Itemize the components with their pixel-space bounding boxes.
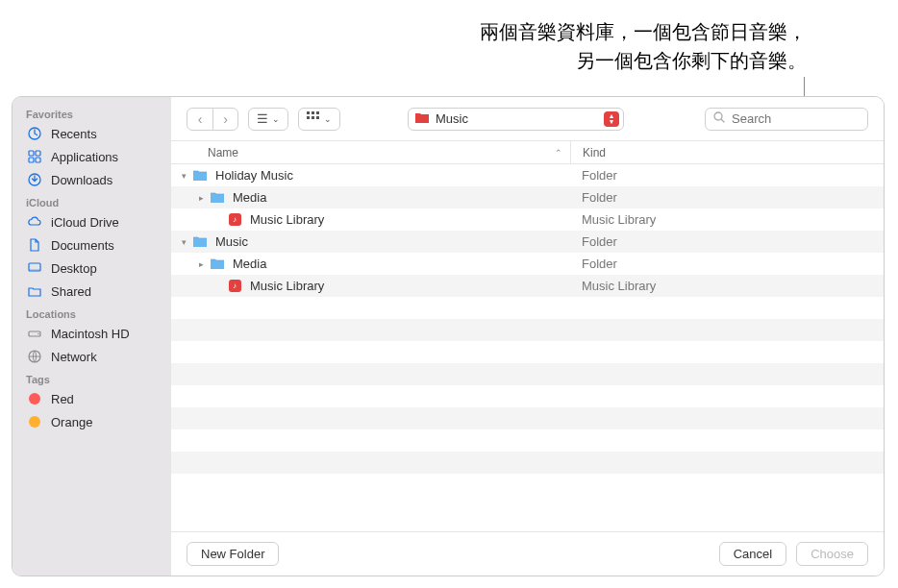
file-name: Media [233, 257, 266, 271]
column-header-kind[interactable]: Kind [570, 141, 884, 163]
sidebar-item-shared[interactable]: Shared [12, 280, 171, 303]
nav-buttons: ‹ › [187, 108, 238, 131]
table-row[interactable]: ▾MusicFolder [171, 231, 884, 253]
forward-button[interactable]: › [212, 109, 237, 130]
tag-dot-red-icon [26, 390, 43, 407]
music-folder-icon [414, 110, 430, 127]
path-popup-button[interactable]: Music ▲▼ [408, 108, 624, 131]
name-cell: ▾Holiday Music [171, 168, 570, 183]
table-row-empty [171, 452, 884, 474]
new-folder-button[interactable]: New Folder [187, 542, 279, 566]
sidebar-item-recents[interactable]: Recents [12, 122, 171, 145]
sidebar-item-macintosh-hd[interactable]: Macintosh HD [12, 322, 171, 345]
file-name: Music Library [250, 279, 324, 293]
svg-rect-16 [316, 116, 319, 119]
sidebar-item-applications[interactable]: Applications [12, 145, 171, 168]
table-row[interactable]: ▸MediaFolder [171, 253, 884, 275]
kind-cell: Music Library [570, 279, 884, 293]
sidebar-item-label: Applications [51, 150, 118, 164]
search-icon [713, 111, 726, 127]
sidebar-item-tag-red[interactable]: Red [12, 387, 171, 410]
search-field[interactable] [705, 108, 868, 131]
sidebar-item-label: iCloud Drive [51, 215, 119, 230]
file-list: ▾Holiday MusicFolder▸MediaFolder♪Music L… [171, 164, 884, 531]
dialog-footer: New Folder Cancel Choose [171, 531, 884, 576]
back-button[interactable]: ‹ [187, 109, 212, 130]
name-cell: ▸Media [171, 257, 570, 271]
sidebar-item-documents[interactable]: Documents [12, 233, 171, 257]
file-name: Media [233, 190, 266, 205]
table-row-empty [171, 474, 884, 496]
disk-icon [26, 325, 43, 342]
column-header-name[interactable]: Name ⌃ [171, 146, 570, 159]
name-cell: ▾Music [171, 234, 570, 249]
choose-button[interactable]: Choose [796, 542, 868, 566]
svg-rect-12 [312, 111, 314, 114]
column-headers: Name ⌃ Kind [171, 141, 884, 164]
table-row[interactable]: ♪Music LibraryMusic Library [171, 275, 884, 297]
group-mode-button[interactable]: ⌄ [298, 108, 340, 131]
music-library-icon: ♪ [227, 280, 242, 293]
table-row[interactable]: ▸MediaFolder [171, 186, 884, 208]
disclosure-triangle[interactable]: ▸ [196, 259, 206, 269]
svg-rect-13 [316, 111, 319, 114]
sidebar: Favorites Recents Applications Downloads… [12, 97, 171, 576]
table-row-empty [171, 429, 884, 452]
folder-icon [192, 235, 208, 249]
view-mode-button[interactable]: ☰ ⌄ [248, 108, 288, 131]
table-row-empty [171, 297, 884, 319]
annotation-line2: 另一個包含你剩下的音樂。 [480, 46, 807, 75]
sidebar-item-tag-orange[interactable]: Orange [12, 410, 171, 433]
table-row-empty [171, 407, 884, 429]
disclosure-triangle[interactable]: ▸ [196, 193, 206, 203]
file-chooser-window: Favorites Recents Applications Downloads… [12, 96, 885, 576]
sidebar-item-downloads[interactable]: Downloads [12, 168, 171, 191]
disclosure-triangle[interactable]: ▾ [179, 171, 188, 181]
chevron-down-icon: ⌄ [324, 114, 332, 124]
sidebar-section-tags: Tags [12, 368, 171, 387]
disclosure-triangle[interactable]: ▾ [179, 237, 188, 247]
kind-cell: Folder [570, 257, 884, 271]
svg-rect-1 [29, 151, 34, 156]
toolbar: ‹ › ☰ ⌄ ⌄ Music ▲▼ [171, 97, 884, 141]
table-row-empty [171, 385, 884, 407]
sidebar-item-network[interactable]: Network [12, 345, 171, 368]
file-name: Music [215, 234, 248, 249]
sidebar-item-label: Macintosh HD [51, 327, 130, 341]
kind-cell: Folder [570, 168, 884, 183]
svg-rect-3 [29, 158, 34, 162]
clock-icon [26, 125, 43, 142]
updown-arrows-icon: ▲▼ [604, 111, 619, 127]
table-row-empty [171, 319, 884, 341]
sidebar-item-desktop[interactable]: Desktop [12, 257, 171, 280]
chevron-down-icon: ⌄ [272, 114, 280, 124]
annotation-line1: 兩個音樂資料庫，一個包含節日音樂， [480, 17, 807, 46]
search-input[interactable] [732, 111, 884, 126]
app-grid-icon [26, 148, 43, 165]
tag-dot-orange-icon [26, 413, 43, 430]
folder-icon [192, 169, 208, 183]
sidebar-item-icloud-drive[interactable]: iCloud Drive [12, 210, 171, 233]
file-name: Holiday Music [215, 168, 293, 183]
svg-rect-2 [36, 151, 40, 156]
sidebar-item-label: Network [51, 350, 97, 364]
svg-rect-7 [29, 269, 40, 271]
kind-cell: Folder [570, 234, 884, 249]
svg-point-9 [37, 333, 39, 335]
path-label: Music [436, 111, 468, 126]
svg-rect-4 [36, 158, 40, 162]
table-row-empty [171, 341, 884, 363]
shared-folder-icon [26, 282, 43, 300]
svg-rect-11 [307, 111, 310, 114]
network-icon [26, 348, 43, 365]
cancel-button[interactable]: Cancel [719, 542, 786, 566]
sidebar-section-favorites: Favorites [12, 103, 171, 122]
table-row[interactable]: ♪Music LibraryMusic Library [171, 208, 884, 231]
sidebar-item-label: Downloads [51, 173, 112, 187]
sidebar-item-label: Recents [51, 127, 97, 141]
svg-rect-15 [312, 116, 314, 119]
table-row[interactable]: ▾Holiday MusicFolder [171, 164, 884, 186]
name-cell: ▸Media [171, 190, 570, 205]
kind-cell: Folder [570, 190, 884, 205]
sort-caret-icon: ⌃ [555, 148, 562, 158]
